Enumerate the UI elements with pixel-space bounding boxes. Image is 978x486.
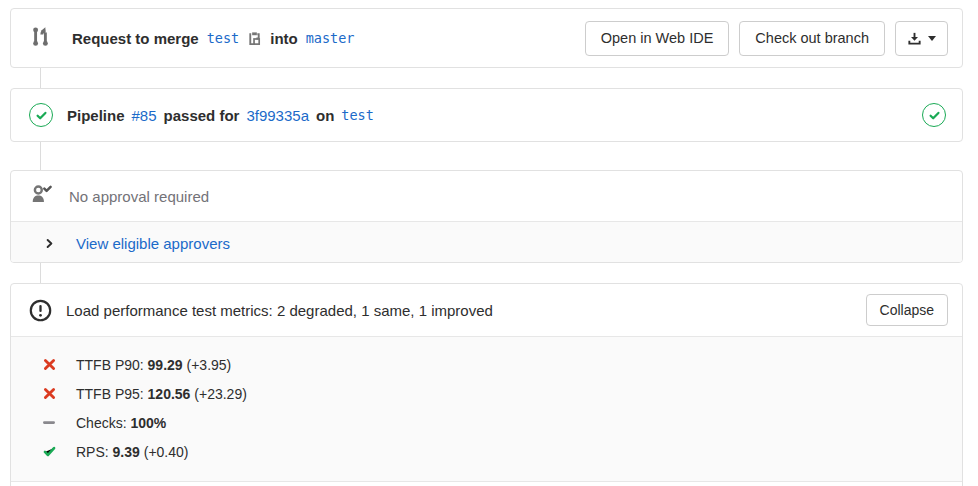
- pipeline-number-link[interactable]: #85: [132, 107, 157, 124]
- metric-label: Checks:: [76, 415, 127, 431]
- metric-row-ttfb-p95: TTFB P95: 120.56 (+23.29): [11, 379, 962, 408]
- chevron-down-icon: [928, 36, 936, 41]
- chevron-right-icon[interactable]: [43, 237, 56, 250]
- download-icon: [907, 31, 922, 46]
- source-branch-link[interactable]: test: [207, 30, 240, 46]
- improved-icon: [43, 445, 56, 458]
- approval-status-row: No approval required: [11, 171, 962, 221]
- metric-delta: (+0.40): [144, 444, 189, 460]
- passed-for-label: passed for: [164, 107, 240, 124]
- merge-header-actions: Open in Web IDE Check out branch: [585, 21, 948, 56]
- merge-request-header-card: Request to merge test into master Open i…: [10, 8, 963, 68]
- metric-row-checks: Checks: 100%: [11, 408, 962, 437]
- pipeline-status-card: Pipeline #85 passed for 3f99335a on test: [10, 88, 963, 142]
- same-icon: [42, 416, 56, 429]
- load-performance-header: Load performance test metrics: 2 degrade…: [11, 284, 962, 336]
- metric-row-rps: RPS: 9.39 (+0.40): [11, 437, 962, 466]
- approval-user-check-icon: [29, 182, 53, 210]
- metric-value: 9.39: [113, 444, 140, 460]
- section-connector: [40, 68, 41, 88]
- pipeline-mini-graph-icon[interactable]: [922, 103, 946, 127]
- into-label: into: [270, 30, 298, 47]
- metric-row-ttfb-p90: TTFB P90: 99.29 (+3.95): [11, 350, 962, 379]
- pipeline-status-text: Pipeline #85 passed for 3f99335a on test: [67, 107, 374, 124]
- collapse-button[interactable]: Collapse: [866, 294, 948, 326]
- pipeline-passed-icon[interactable]: [29, 103, 53, 127]
- metric-value: 100%: [130, 415, 166, 431]
- metric-label: TTFB P90:: [76, 357, 144, 373]
- target-branch-link[interactable]: master: [306, 30, 355, 46]
- download-dropdown-button[interactable]: [895, 21, 948, 56]
- alert-circle-icon: [29, 299, 52, 322]
- metric-value: 99.29: [148, 357, 183, 373]
- pipeline-label: Pipeline: [67, 107, 125, 124]
- request-to-merge-label: Request to merge: [72, 30, 199, 47]
- load-performance-metrics-list: TTFB P90: 99.29 (+3.95) TTFB P95: 120.56…: [11, 336, 962, 482]
- degraded-icon: [43, 387, 56, 400]
- check-out-branch-button[interactable]: Check out branch: [739, 21, 885, 56]
- approvals-card: No approval required View eligible appro…: [10, 170, 963, 263]
- pipeline-branch-link[interactable]: test: [341, 107, 374, 123]
- metric-delta: (+3.95): [187, 357, 232, 373]
- open-in-web-ide-button[interactable]: Open in Web IDE: [585, 21, 730, 56]
- merge-request-title: Request to merge test into master: [72, 30, 355, 47]
- on-label: on: [316, 107, 334, 124]
- metric-label: TTFB P95:: [76, 386, 144, 402]
- degraded-icon: [43, 358, 56, 371]
- metric-value: 120.56: [148, 386, 191, 402]
- load-performance-card: Load performance test metrics: 2 degrade…: [10, 283, 963, 486]
- commit-sha-link[interactable]: 3f99335a: [246, 107, 309, 124]
- approval-status-text: No approval required: [69, 188, 209, 205]
- metric-delta: (+23.29): [194, 386, 247, 402]
- metric-label: RPS:: [76, 444, 109, 460]
- copy-branch-name-icon[interactable]: [247, 31, 262, 46]
- eligible-approvers-row[interactable]: View eligible approvers: [11, 221, 962, 263]
- load-performance-summary: Load performance test metrics: 2 degrade…: [66, 302, 493, 319]
- section-connector: [40, 142, 41, 170]
- view-eligible-approvers-link[interactable]: View eligible approvers: [76, 235, 230, 252]
- section-connector: [40, 263, 41, 283]
- merge-request-icon: [29, 25, 52, 52]
